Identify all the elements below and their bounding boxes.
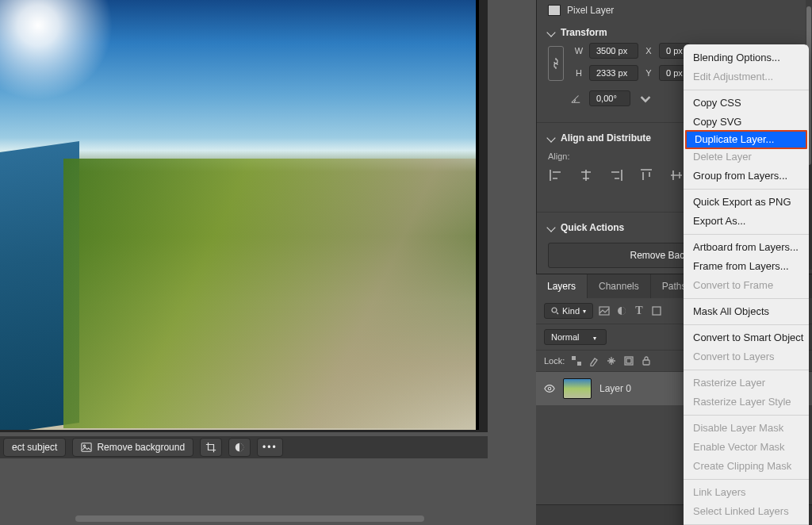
svg-rect-9 [572, 356, 576, 360]
adjustment-button[interactable] [228, 438, 251, 457]
menu-duplicate-layer[interactable]: Duplicate Layer... [685, 130, 807, 149]
lock-label: Lock: [544, 356, 565, 366]
rotation-dropdown-icon[interactable] [638, 91, 653, 105]
layer-context-menu: Blending Options... Edit Adjustment... C… [684, 44, 809, 525]
menu-copy-svg[interactable]: Copy SVG [684, 113, 809, 132]
lock-all-icon[interactable] [641, 355, 652, 366]
remove-background-button[interactable]: Remove background [72, 438, 193, 457]
image-icon [81, 442, 92, 453]
svg-point-5 [552, 308, 557, 312]
svg-rect-8 [653, 307, 661, 315]
align-vcenter-icon[interactable] [668, 167, 684, 183]
transform-title: Transform [561, 27, 607, 38]
layer-type-row: Pixel Layer [537, 0, 812, 21]
align-top-icon[interactable] [638, 167, 654, 183]
more-options-button[interactable]: ••• [257, 438, 283, 457]
link-dimensions-button[interactable] [548, 46, 564, 81]
tab-channels[interactable]: Channels [588, 274, 651, 298]
kind-label: Kind [562, 306, 580, 316]
svg-rect-6 [599, 307, 609, 315]
y-label: Y [643, 68, 654, 78]
filter-adjustment-icon[interactable] [615, 305, 628, 317]
svg-rect-0 [82, 443, 91, 452]
menu-copy-css[interactable]: Copy CSS [684, 94, 809, 113]
adjustment-icon [234, 442, 245, 453]
svg-rect-13 [643, 360, 649, 365]
filter-pixel-icon[interactable] [598, 305, 611, 317]
menu-link-layers: Link Layers [684, 483, 809, 502]
lock-artboard-icon[interactable] [623, 355, 634, 366]
crop-tool-button[interactable] [200, 438, 222, 457]
crop-icon [205, 442, 216, 453]
layer-type-label: Pixel Layer [567, 5, 614, 16]
align-title: Align and Distribute [561, 132, 651, 144]
visibility-icon[interactable] [544, 383, 555, 394]
align-left-icon[interactable] [548, 167, 564, 183]
lock-transparency-icon[interactable] [571, 355, 582, 366]
width-input[interactable]: 3500 px [589, 43, 638, 59]
menu-rasterize-layer-style: Rasterize Layer Style [684, 393, 809, 412]
layer-name[interactable]: Layer 0 [599, 383, 631, 394]
menu-create-clipping-mask: Create Clipping Mask [684, 457, 809, 476]
document-image[interactable] [0, 0, 476, 430]
menu-convert-to-frame: Convert to Frame [684, 276, 809, 295]
svg-point-14 [548, 387, 551, 390]
w-label: W [573, 46, 584, 56]
menu-export-as[interactable]: Export As... [684, 212, 809, 231]
menu-delete-layer: Delete Layer [684, 148, 809, 167]
lock-paint-icon[interactable] [588, 355, 599, 366]
filter-type-icon[interactable]: T [633, 305, 645, 317]
search-icon [551, 307, 559, 315]
align-hcenter-icon[interactable] [578, 167, 594, 183]
tab-layers[interactable]: Layers [536, 274, 588, 298]
menu-select-linked-layers: Select Linked Layers [684, 502, 809, 521]
link-icon [552, 57, 560, 70]
remove-bg-label: Remove background [97, 442, 185, 453]
rotation-input[interactable]: 0,00° [589, 90, 630, 106]
filter-shape-icon[interactable] [650, 305, 663, 317]
image-sun [0, 0, 127, 127]
svg-point-1 [84, 445, 86, 446]
menu-disable-layer-mask: Disable Layer Mask [684, 419, 809, 438]
menu-blending-options[interactable]: Blending Options... [684, 48, 809, 67]
blend-mode-label: Normal [551, 332, 579, 342]
height-input[interactable]: 2333 px [589, 65, 638, 81]
svg-rect-12 [626, 358, 631, 363]
svg-rect-10 [577, 362, 581, 366]
select-subject-label: ect subject [12, 442, 57, 453]
x-label: X [643, 46, 654, 56]
image-terrain [63, 159, 476, 428]
menu-mask-all-objects[interactable]: Mask All Objects [684, 302, 809, 321]
angle-icon [570, 93, 581, 104]
h-label: H [573, 68, 584, 78]
horizontal-scrollbar[interactable] [75, 515, 424, 522]
canvas-area[interactable] [0, 0, 488, 432]
canvas-border [476, 0, 479, 430]
menu-artboard-from-layers[interactable]: Artboard from Layers... [684, 238, 809, 257]
menu-convert-to-layers: Convert to Layers [684, 347, 809, 366]
lock-position-icon[interactable] [606, 355, 617, 366]
qa-title: Quick Actions [561, 222, 624, 233]
transform-section-header[interactable]: Transform [537, 21, 812, 43]
dots-icon: ••• [262, 442, 278, 453]
menu-quick-export-png[interactable]: Quick Export as PNG [684, 193, 809, 212]
contextual-task-bar: ect subject Remove background ••• [0, 436, 488, 458]
menu-rasterize-layer: Rasterize Layer [684, 374, 809, 393]
pixel-layer-icon [548, 5, 561, 16]
layer-thumbnail[interactable] [563, 378, 592, 399]
menu-edit-adjustment: Edit Adjustment... [684, 67, 809, 86]
blend-mode-dropdown[interactable]: Normal ▾ [544, 329, 607, 345]
filter-kind-dropdown[interactable]: Kind ▾ [544, 303, 593, 319]
align-right-icon[interactable] [608, 167, 624, 183]
menu-convert-to-smart-object[interactable]: Convert to Smart Object [684, 328, 809, 347]
menu-group-from-layers[interactable]: Group from Layers... [684, 167, 809, 186]
menu-enable-vector-mask: Enable Vector Mask [684, 438, 809, 457]
select-subject-button[interactable]: ect subject [3, 438, 66, 457]
menu-frame-from-layers[interactable]: Frame from Layers... [684, 257, 809, 276]
